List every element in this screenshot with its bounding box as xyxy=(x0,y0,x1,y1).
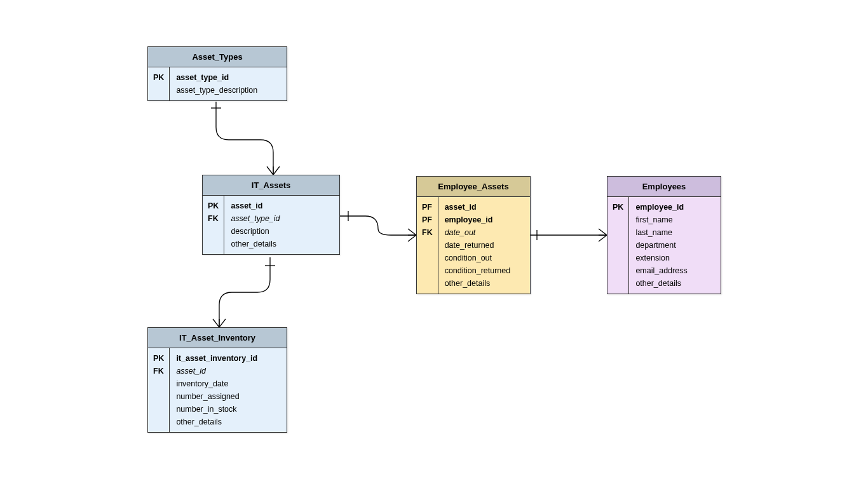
key-label xyxy=(422,252,433,264)
fields-column: it_asset_inventory_id asset_id inventory… xyxy=(170,348,287,432)
keys-column: PK xyxy=(148,67,170,100)
svg-line-14 xyxy=(219,319,226,327)
key-label xyxy=(208,238,219,250)
entity-title: Asset_Types xyxy=(148,47,287,67)
key-label: PK xyxy=(208,200,219,212)
field: employee_id xyxy=(635,201,714,214)
key-label xyxy=(153,416,164,428)
field: condition_out xyxy=(445,252,524,264)
key-label: PF xyxy=(422,201,433,214)
field: first_name xyxy=(635,214,714,226)
entity-title: Employees xyxy=(607,177,721,197)
field: asset_type_description xyxy=(176,84,280,97)
field: email_address xyxy=(635,264,714,277)
field: asset_id xyxy=(176,365,280,377)
field: extension xyxy=(635,252,714,264)
fields-column: asset_id employee_id date_out date_retur… xyxy=(438,197,530,294)
key-label: FK xyxy=(208,212,219,225)
key-label xyxy=(613,264,623,277)
keys-column: PK xyxy=(607,197,629,294)
key-label: FK xyxy=(422,226,433,239)
key-label xyxy=(153,390,164,403)
key-label xyxy=(613,252,623,264)
field: it_asset_inventory_id xyxy=(176,352,280,365)
entity-employee-assets[interactable]: Employee_Assets PF PF FK asset_id employ… xyxy=(416,176,531,294)
field: last_name xyxy=(635,226,714,239)
key-label xyxy=(613,239,623,252)
svg-line-1 xyxy=(267,166,273,175)
key-label: PK xyxy=(153,71,164,84)
keys-column: PK FK xyxy=(203,196,224,254)
key-label xyxy=(422,239,433,252)
key-label xyxy=(208,225,219,238)
fields-column: asset_id asset_type_id description other… xyxy=(224,196,339,254)
key-label: PK xyxy=(613,201,623,214)
field: inventory_date xyxy=(176,377,280,390)
entity-it-asset-inventory[interactable]: IT_Asset_Inventory PK FK it_asset_invent… xyxy=(147,327,287,433)
field: other_details xyxy=(231,238,333,250)
fields-column: employee_id first_name last_name departm… xyxy=(629,197,721,294)
entity-employees[interactable]: Employees PK employee_id first_name last… xyxy=(607,176,721,294)
entity-it-assets[interactable]: IT_Assets PK FK asset_id asset_type_id d… xyxy=(202,175,340,255)
field: number_assigned xyxy=(176,390,280,403)
entity-asset-types[interactable]: Asset_Types PK asset_type_id asset_type_… xyxy=(147,46,287,101)
entity-title: IT_Asset_Inventory xyxy=(148,328,287,348)
svg-line-13 xyxy=(213,319,219,327)
key-label xyxy=(153,377,164,390)
key-label: FK xyxy=(153,365,164,377)
field: description xyxy=(231,225,333,238)
field: condition_returned xyxy=(445,264,524,277)
key-label xyxy=(613,277,623,290)
key-label xyxy=(153,403,164,416)
field: other_details xyxy=(176,416,280,428)
field: number_in_stock xyxy=(176,403,280,416)
svg-line-2 xyxy=(273,166,280,175)
svg-line-6 xyxy=(408,235,416,241)
field: date_out xyxy=(445,226,524,239)
key-label xyxy=(613,226,623,239)
svg-line-10 xyxy=(599,235,607,241)
entity-title: IT_Assets xyxy=(203,175,339,196)
key-label: PK xyxy=(153,352,164,365)
entity-title: Employee_Assets xyxy=(417,177,530,197)
field: asset_type_id xyxy=(231,212,333,225)
field: other_details xyxy=(445,277,524,290)
svg-line-5 xyxy=(408,229,416,235)
svg-line-9 xyxy=(599,229,607,235)
key-label: PF xyxy=(422,214,433,226)
keys-column: PK FK xyxy=(148,348,170,432)
keys-column: PF PF FK xyxy=(417,197,438,294)
field: other_details xyxy=(635,277,714,290)
field: asset_type_id xyxy=(176,71,280,84)
field: asset_id xyxy=(445,201,524,214)
key-label xyxy=(422,264,433,277)
key-label xyxy=(613,214,623,226)
key-label xyxy=(422,277,433,290)
field: employee_id xyxy=(445,214,524,226)
field: department xyxy=(635,239,714,252)
field: asset_id xyxy=(231,200,333,212)
fields-column: asset_type_id asset_type_description xyxy=(170,67,287,100)
field: date_returned xyxy=(445,239,524,252)
